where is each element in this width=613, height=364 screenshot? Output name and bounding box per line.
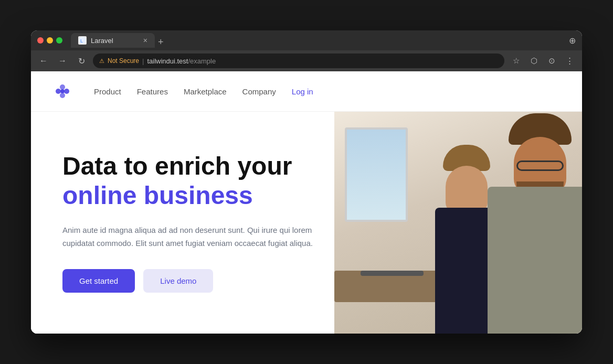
person-fg-glasses xyxy=(516,160,564,171)
extensions-icon[interactable]: ⬡ xyxy=(526,53,541,68)
laptop-decoration xyxy=(361,271,424,276)
person-fg-body xyxy=(488,187,582,334)
hero-image xyxy=(334,112,583,334)
nav-login[interactable]: Log in xyxy=(292,87,313,96)
nav-company[interactable]: Company xyxy=(242,87,276,96)
hero-section: Data to enrich your online business Anim… xyxy=(31,112,582,334)
hero-title-line1: Data to enrich your xyxy=(62,153,313,180)
logo[interactable] xyxy=(52,81,73,102)
forward-button[interactable]: → xyxy=(55,53,70,68)
address-url: tailwindui.test/example xyxy=(147,57,216,65)
window-decoration xyxy=(345,127,408,222)
svg-point-3 xyxy=(60,84,65,90)
page-content: Product Features Marketplace Company Log… xyxy=(31,71,582,334)
hero-description: Anim aute id magna aliqua ad ad non dese… xyxy=(62,223,313,250)
live-demo-button[interactable]: Live demo xyxy=(143,269,213,293)
svg-point-5 xyxy=(60,93,65,98)
nav-links: Product Features Marketplace Company Log… xyxy=(94,87,561,96)
profile-icon[interactable]: ⊙ xyxy=(544,53,559,68)
security-icon: ⚠ xyxy=(99,58,104,65)
browser-tabs: L Laravel × + xyxy=(71,33,565,48)
nav-product[interactable]: Product xyxy=(94,87,121,96)
refresh-button[interactable]: ↻ xyxy=(74,53,89,68)
nav-features[interactable]: Features xyxy=(137,87,168,96)
office-scene xyxy=(334,112,583,334)
minimize-button[interactable] xyxy=(47,37,53,44)
tab-label: Laravel xyxy=(91,37,139,45)
svg-point-6 xyxy=(60,89,65,93)
browser-toolbar: ← → ↻ ⚠ Not Secure | tailwindui.test/exa… xyxy=(31,50,582,71)
address-separator: | xyxy=(142,57,144,65)
tab-close-icon[interactable]: × xyxy=(143,37,147,44)
browser-titlebar: L Laravel × + ⊕ xyxy=(31,30,582,50)
traffic-lights xyxy=(37,37,62,44)
get-started-button[interactable]: Get started xyxy=(62,269,135,293)
close-button[interactable] xyxy=(37,37,44,44)
browser-tab[interactable]: L Laravel × xyxy=(71,33,155,48)
hero-buttons: Get started Live demo xyxy=(62,269,313,293)
svg-text:L: L xyxy=(80,38,83,44)
svg-point-2 xyxy=(56,89,61,94)
svg-point-4 xyxy=(64,89,69,94)
tab-favicon: L xyxy=(78,36,87,45)
browser-window: L Laravel × + ⊕ ← → ↻ ⚠ Not Secure | tai… xyxy=(31,30,582,334)
navbar: Product Features Marketplace Company Log… xyxy=(31,71,582,112)
toolbar-actions: ☆ ⬡ ⊙ ⋮ xyxy=(509,53,577,68)
hero-content: Data to enrich your online business Anim… xyxy=(31,112,334,334)
bookmark-icon[interactable]: ☆ xyxy=(509,53,523,68)
nav-marketplace[interactable]: Marketplace xyxy=(184,87,227,96)
address-bar[interactable]: ⚠ Not Secure | tailwindui.test/example xyxy=(93,53,504,68)
not-secure-label: Not Secure xyxy=(108,57,139,65)
address-path: /example xyxy=(188,57,216,65)
hero-title-line2: online business xyxy=(62,180,313,211)
back-button[interactable]: ← xyxy=(36,53,51,68)
maximize-button[interactable] xyxy=(56,37,62,44)
person-bg-head xyxy=(446,166,488,213)
menu-icon[interactable]: ⋮ xyxy=(562,53,577,68)
globe-icon[interactable]: ⊕ xyxy=(569,36,576,46)
new-tab-button[interactable]: + xyxy=(158,37,164,48)
person-foreground xyxy=(488,124,582,334)
address-domain: tailwindui.test xyxy=(147,57,188,65)
